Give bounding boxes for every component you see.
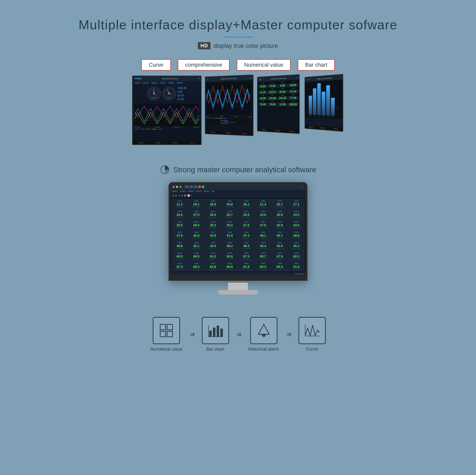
arrow-icon-3: ⇉: [287, 331, 291, 338]
comprehensive-screen-wrapper: 综 2019-10-16 09:19:32 ⚙: [204, 76, 253, 135]
data-cell: CH56 61.8 16:14:02.097: [288, 261, 304, 271]
data-cell: CH27 43.0 16:19:02.097: [205, 230, 221, 240]
data-cell: CH13 25.4 16:14:02.097: [238, 209, 254, 219]
svg-rect-20: [213, 328, 215, 337]
toolbar-icon2[interactable]: [189, 186, 193, 188]
data-cell: CH45 67.5 16:34:02.097: [238, 251, 254, 261]
curve-screen-nav: 多路设置 系统设置 数据导出 Page 1/8: [133, 141, 201, 144]
data-cell: CH40 45.2 16:34:02.097: [288, 241, 304, 251]
toolbar-close[interactable]: [173, 186, 175, 188]
data-cell: CH34 42.1 16:19:02.097: [188, 241, 204, 251]
data-cell: CH25 47.8 16:19:02.097: [172, 230, 188, 240]
sub-toolbar: 数据显示 实时显示 历史数据 系统设置 数据导出 帮助: [171, 190, 305, 194]
data-cell: CH50 68.3 16:14:02.097: [188, 261, 204, 271]
gauges-area: 231.61 8.86: [133, 85, 201, 103]
icon-toolbar: ⬛ ▶ ⏸ ⏹ 🔴 📊 ℹ: [171, 194, 305, 198]
data-cell: CH05 26.1 16:14:02.097: [238, 199, 254, 209]
waveform-area: [133, 103, 201, 127]
gauge2: 8.86: [162, 87, 176, 100]
data-cell: CH20 20.2 16:14:02.097: [222, 220, 238, 230]
data-cell: CH04 20.8 16:14:02.097: [222, 199, 238, 209]
data-cell: CH43 63.2 16:34:02.097: [205, 251, 221, 261]
imac-stand-base: [218, 290, 258, 295]
arrow-icon-2: ⇉: [237, 331, 241, 338]
comp-waveform: [205, 80, 253, 117]
data-cell: CH47 67.9 16:34:02.097: [272, 251, 288, 261]
data-cell: CH09 24.6 16:14:02.097: [172, 209, 188, 219]
toolbar-minimize[interactable]: [176, 186, 178, 188]
data-cell: CH33 48.6 16:34:02.097: [172, 241, 188, 251]
svg-point-4: [168, 93, 170, 94]
toolbar-icon3[interactable]: [194, 186, 197, 188]
main-title: Multiple interface display+Master comput…: [79, 17, 397, 32]
imac-chin: [171, 276, 305, 281]
imac-inner: — □ ✕ 数据显示 实时显示 历史数据 系统设置 数据导出 帮助 ⬛ ▶ ⏸ …: [171, 184, 305, 276]
data-cell: CH32 49.6 16:14:02.097: [288, 230, 304, 240]
data-cell: CH41 60.9 16:34:02.097: [172, 251, 188, 261]
hd-description: display true color picture: [213, 42, 278, 49]
bottom-numerical-item: Numerical value: [150, 317, 182, 352]
num-screen-nav: 多路设置 系统设置 Page 1/2: [258, 128, 299, 134]
toolbar-icon1[interactable]: [185, 186, 188, 188]
data-cell: CH17 29.5 16:14:02.097: [172, 220, 188, 230]
svg-rect-16: [167, 324, 173, 330]
data-cell: CH51 62.8 16:14:02.097: [205, 261, 221, 271]
data-cell: CH37 48.5 16:34:02.097: [238, 241, 254, 251]
data-grid: CH01 21.2 16:14:02.097 CH02 29.1 16:14:0…: [171, 198, 305, 272]
svg-point-1: [153, 93, 155, 94]
numbers-row: 36.76 110.76 108.76 116.76 95.76 124.76: [133, 81, 201, 85]
imac-wrapper: — □ ✕ 数据显示 实时显示 历史数据 系统设置 数据导出 帮助 ⬛ ▶ ⏸ …: [169, 182, 307, 295]
comp-screen-nav: 多路设置 系统设置 Page 1/2: [205, 130, 253, 136]
arrow-icon-1: ⇉: [190, 331, 194, 338]
barchart-screen-wrapper: 57.37% 2019-10-16 09:16:09 ⚙ CH1 CH2: [302, 76, 344, 130]
curve-icon-box: [298, 317, 326, 344]
svg-text:8.86: 8.86: [168, 97, 171, 98]
numerical-value-label: Numerical value: [150, 347, 182, 352]
toolbar-icon-green[interactable]: [202, 186, 204, 188]
numerical-screen-wrapper: 数值 2019-10-16 09:15:15 ⚙ t-CH1 t-CH2 t-C…: [255, 76, 300, 133]
toolbar-maximize[interactable]: [179, 186, 181, 188]
wave-icon: [305, 323, 320, 338]
barchart-screen: 57.37% 2019-10-16 09:16:09 ⚙ CH1 CH2: [305, 74, 343, 132]
svg-rect-18: [167, 331, 173, 337]
bar-screen-nav: 多路设置 系统设置 Page 1/8: [305, 125, 343, 131]
section-two: Strong master computer analytical softwa…: [0, 165, 476, 352]
data-cell: CH10 27.0 16:14:02.097: [188, 209, 204, 219]
channel-labels: ● CH1 ● CH2 ● CH3 ● CH4 ● CH5: [133, 128, 201, 130]
data-cell: CH49 67.3 16:19:02.097: [172, 261, 188, 271]
svg-rect-22: [220, 329, 223, 337]
data-cell: CH44 60.8 16:34:02.097: [222, 251, 238, 261]
curve-label-bottom: Curve: [306, 347, 318, 352]
data-cell: CH39 42.5 16:34:02.097: [272, 241, 288, 251]
screens-row: TORRE 2019-10-22 18:37:12 ⚙ 36.76 110.76…: [132, 76, 344, 145]
imac-outer: — □ ✕ 数据显示 实时显示 历史数据 系统设置 数据导出 帮助 ⬛ ▶ ⏸ …: [169, 182, 307, 281]
section-title-row: Strong master computer analytical softwa…: [160, 165, 316, 175]
curve-label: Curve: [141, 59, 171, 71]
data-cell: CH55 60.3 16:14:02.097: [272, 261, 288, 271]
bottom-icons-row: Numerical value ⇉ Bar chart ⇉: [150, 317, 326, 352]
screen-icon: ⚙: [198, 78, 200, 80]
bar-chart-label: Bar chart: [206, 347, 224, 352]
data-cell: CH14 24.6 16:14:02.097: [255, 209, 271, 219]
section-title: Strong master computer analytical softwa…: [173, 166, 316, 174]
value-display: 2052.80 0.99 50.00 91.35: [178, 87, 186, 101]
data-cell: CH29 47.3 16:14:02.097: [238, 230, 254, 240]
numerical-label: Numerical value: [237, 59, 291, 71]
numerical-value-icon-box: [153, 317, 180, 344]
data-cell: CH06 21.4 16:14:02.097: [255, 199, 271, 209]
hd-badge: HD: [198, 42, 210, 49]
barchart-label: Bar chart: [298, 59, 335, 71]
bottom-alarm-item: Historical alarm: [248, 317, 279, 352]
historical-alarm-label: Historical alarm: [248, 347, 279, 352]
bell-icon: [256, 323, 271, 338]
data-cell: CH15 26.8 16:14:02.097: [272, 209, 288, 219]
data-cell: CH54 60.5 16:14:02.097: [255, 261, 271, 271]
toolbar-icon-red[interactable]: [198, 186, 201, 188]
curve-datetime: 2019-10-22 18:37:12: [162, 78, 178, 80]
screen-logo: TORRE: [134, 77, 142, 80]
hd-row: HD display true color picture: [198, 42, 278, 49]
bottom-curve-item: Curve: [298, 317, 326, 352]
historical-alarm-icon-box: [250, 317, 277, 344]
toolbar-status: — □ ✕: [299, 186, 303, 188]
data-cell: CH48 68.3 16:34:02.097: [288, 251, 304, 261]
